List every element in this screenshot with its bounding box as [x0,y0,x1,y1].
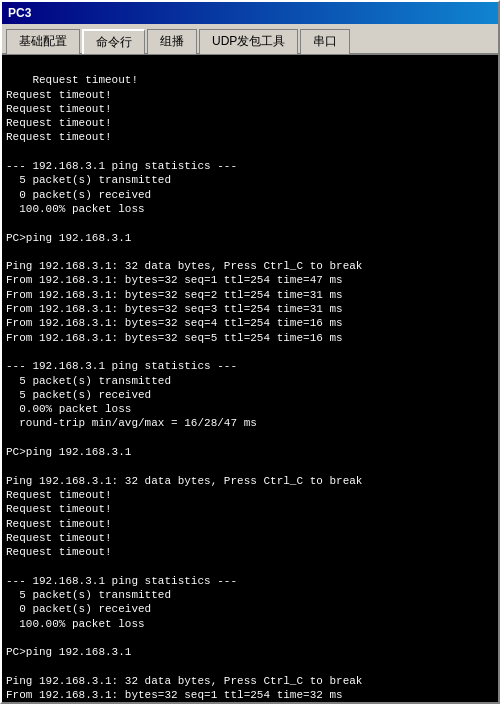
title-bar: PC3 [2,2,498,24]
tab-udp-tool[interactable]: UDP发包工具 [199,29,298,54]
tab-basic-config[interactable]: 基础配置 [6,29,80,54]
window-title: PC3 [8,6,492,20]
terminal-output[interactable]: Request timeout! Request timeout! Reques… [2,55,498,702]
tab-command-line[interactable]: 命令行 [82,29,145,54]
terminal-text: Request timeout! Request timeout! Reques… [6,74,362,702]
tab-bar: 基础配置 命令行 组播 UDP发包工具 串口 [2,24,498,55]
tab-serial[interactable]: 串口 [300,29,350,54]
main-window: PC3 基础配置 命令行 组播 UDP发包工具 串口 Request timeo… [0,0,500,704]
tab-multicast[interactable]: 组播 [147,29,197,54]
